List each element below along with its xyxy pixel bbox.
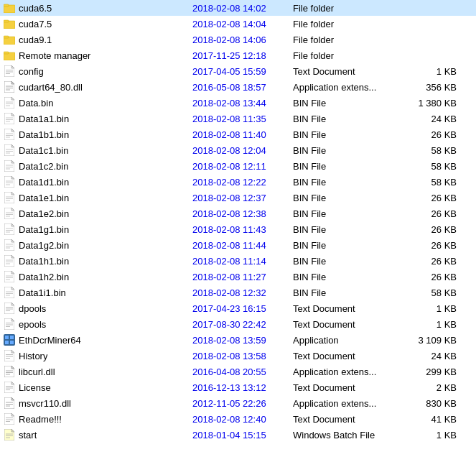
file-name-cell: cuda7.5 [3,18,190,29]
table-row[interactable]: cuda7.52018-02-08 14:04File folder [0,16,476,32]
table-row[interactable]: Data1h1.bin2018-02-08 11:14BIN File26 KB [0,253,476,269]
file-type: File folder [290,50,405,61]
file-type: Windows Batch File [290,430,405,441]
table-row[interactable]: Data1g2.bin2018-02-08 11:44BIN File26 KB [0,237,476,253]
file-name: msvcr110.dll [19,398,71,409]
file-size: 26 KB [405,129,462,140]
file-name-cell: Data1c1.bin [3,144,190,156]
file-size: 356 KB [405,82,462,93]
file-date: 2017-04-05 15:59 [190,66,290,77]
file-name: EthDcrMiner64 [19,335,81,346]
file-name-cell: Data1h2.bin [3,271,190,282]
file-size: 24 KB [405,114,462,124]
file-date: 2018-02-08 14:02 [190,3,290,14]
bin-icon [3,129,16,140]
table-row[interactable]: Data1a1.bin2018-02-08 11:35BIN File24 KB [0,111,476,126]
bin-icon [3,239,16,251]
bin-icon [3,176,16,188]
file-type: Application extens... [290,366,405,377]
table-row[interactable]: Data1c1.bin2018-02-08 12:04BIN File58 KB [0,142,476,158]
svg-marker-34 [11,144,14,147]
file-name-cell: Data1b1.bin [3,129,190,140]
file-name: libcurl.dll [19,366,55,377]
file-name: Data1i1.bin [19,287,66,298]
file-name-cell: Data1d1.bin [3,176,190,188]
table-row[interactable]: Data1e2.bin2018-02-08 12:38BIN File26 KB [0,206,476,221]
file-date: 2018-02-08 12:32 [190,287,290,298]
file-name: Data1c2.bin [19,161,68,172]
bin-icon [3,144,16,156]
file-type: BIN File [290,240,405,251]
file-date: 2018-02-08 12:22 [190,177,290,188]
table-row[interactable]: libcurl.dll2016-04-08 20:55Application e… [0,364,476,379]
file-name: epools [19,319,46,330]
table-row[interactable]: Remote manager2017-11-25 12:18File folde… [0,47,476,63]
svg-rect-95 [10,336,14,339]
file-name: start [19,430,37,441]
bin-icon [3,255,16,267]
table-row[interactable]: Data1e1.bin2018-02-08 12:37BIN File26 KB [0,190,476,206]
file-name: Readme!!! [19,414,62,425]
file-name: Data1g2.bin [19,240,69,251]
table-row[interactable]: config2017-04-05 15:59Text Document1 KB [0,63,476,79]
file-name-cell: config [3,65,190,77]
bin-icon [3,223,16,235]
bin-icon [3,271,16,282]
table-row[interactable]: EthDcrMiner642018-02-08 13:59Application… [0,332,476,348]
file-name: Data1h2.bin [19,272,69,282]
file-type: BIN File [290,287,405,298]
table-row[interactable]: Data1d1.bin2018-02-08 12:22BIN File58 KB [0,174,476,190]
table-row[interactable]: Readme!!!2018-02-08 12:40Text Document41… [0,411,476,427]
file-name: Data1a1.bin [19,114,69,124]
file-size: 3 109 KB [405,335,462,346]
table-row[interactable]: cuda6.52018-02-08 14:02File folder [0,0,476,16]
file-type: Application extens... [290,398,405,409]
svg-marker-49 [11,192,14,195]
file-name: cudart64_80.dll [19,82,83,93]
folder-icon [3,50,16,61]
file-size: 2 KB [405,382,462,393]
bin-icon [3,160,16,172]
file-size: 299 KB [405,366,462,377]
file-date: 2017-08-30 22:42 [190,319,290,330]
file-type: BIN File [290,145,405,156]
file-name-cell: Data1a1.bin [3,113,190,124]
table-row[interactable]: cuda9.12018-02-08 14:06File folder [0,32,476,47]
file-name: Data1c1.bin [19,145,68,156]
file-size: 26 KB [405,240,462,251]
svg-rect-7 [4,52,9,54]
file-icon [3,303,16,314]
file-name: History [19,351,47,361]
file-name: cuda6.5 [19,3,52,14]
table-row[interactable]: Data1g1.bin2018-02-08 11:43BIN File26 KB [0,221,476,237]
file-name: dpools [19,303,46,314]
file-name-cell: Remote manager [3,50,190,61]
table-row[interactable]: cudart64_80.dll2016-05-08 18:57Applicati… [0,79,476,95]
file-size: 24 KB [405,351,462,361]
svg-marker-64 [11,239,14,242]
table-row[interactable]: Data1c2.bin2018-02-08 12:11BIN File58 KB [0,158,476,174]
file-date: 2018-02-08 11:35 [190,114,290,124]
table-row[interactable]: dpools2017-04-23 16:15Text Document1 KB [0,300,476,316]
table-row[interactable]: Data1b1.bin2018-02-08 11:40BIN File26 KB [0,126,476,142]
table-row[interactable]: Data1h2.bin2018-02-08 11:27BIN File26 KB [0,269,476,285]
file-size: 26 KB [405,193,462,203]
file-name-cell: Data1c2.bin [3,160,190,172]
file-name-cell: start [3,429,190,441]
file-type: BIN File [290,256,405,267]
file-date: 2018-02-08 14:04 [190,19,290,29]
svg-marker-119 [11,413,14,416]
file-size: 26 KB [405,208,462,219]
file-date: 2018-02-08 12:40 [190,414,290,425]
table-row[interactable]: Data.bin2018-02-08 13:44BIN File1 380 KB [0,95,476,111]
file-size: 58 KB [405,161,462,172]
table-row[interactable]: msvcr110.dll2012-11-05 22:26Application … [0,395,476,411]
file-date: 2018-02-08 13:44 [190,98,290,109]
table-row[interactable]: History2018-02-08 13:58Text Document24 K… [0,348,476,364]
table-row[interactable]: epools2017-08-30 22:42Text Document1 KB [0,316,476,332]
table-row[interactable]: start2018-01-04 15:15Windows Batch File1… [0,427,476,443]
table-row[interactable]: Data1i1.bin2018-02-08 12:32BIN File58 KB [0,285,476,300]
table-row[interactable]: License2016-12-13 13:12Text Document2 KB [0,379,476,395]
file-name-cell: EthDcrMiner64 [3,334,190,346]
file-date: 2018-02-08 13:59 [190,335,290,346]
